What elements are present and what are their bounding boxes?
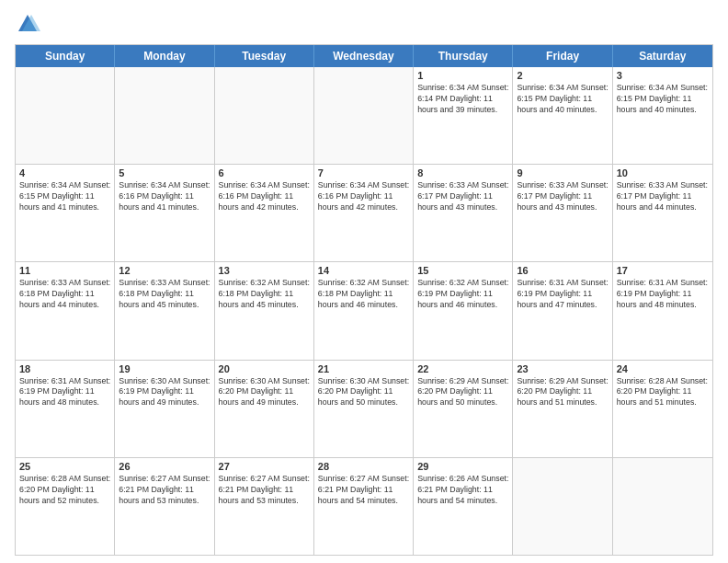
header-day-thursday: Thursday (414, 45, 513, 67)
day-number: 5 (119, 167, 210, 178)
cell-info: Sunrise: 6:31 AM Sunset: 6:19 PM Dayligh… (617, 278, 709, 311)
day-number: 7 (318, 167, 409, 178)
calendar-row-1: 4Sunrise: 6:34 AM Sunset: 6:15 PM Daylig… (16, 164, 712, 261)
day-cell-24: 24Sunrise: 6:28 AM Sunset: 6:20 PM Dayli… (613, 361, 712, 457)
cell-info: Sunrise: 6:33 AM Sunset: 6:17 PM Dayligh… (617, 180, 709, 213)
day-cell-26: 26Sunrise: 6:27 AM Sunset: 6:21 PM Dayli… (115, 458, 214, 555)
day-number: 21 (318, 363, 409, 374)
header-day-sunday: Sunday (16, 45, 115, 67)
logo-icon (15, 11, 40, 37)
cell-info: Sunrise: 6:34 AM Sunset: 6:14 PM Dayligh… (417, 83, 508, 116)
header-day-wednesday: Wednesday (314, 45, 414, 67)
day-number: 24 (617, 363, 709, 374)
day-number: 9 (517, 167, 608, 178)
calendar-body: 1Sunrise: 6:34 AM Sunset: 6:14 PM Daylig… (16, 67, 712, 555)
day-number: 17 (617, 265, 709, 276)
day-cell-13: 13Sunrise: 6:32 AM Sunset: 6:18 PM Dayli… (215, 262, 314, 359)
cell-info: Sunrise: 6:28 AM Sunset: 6:20 PM Dayligh… (19, 474, 110, 507)
cell-info: Sunrise: 6:33 AM Sunset: 6:17 PM Dayligh… (417, 180, 508, 213)
day-cell-11: 11Sunrise: 6:33 AM Sunset: 6:18 PM Dayli… (16, 262, 115, 359)
day-number: 13 (219, 265, 310, 276)
day-number: 22 (417, 363, 508, 374)
day-number: 12 (119, 265, 210, 276)
calendar-row-4: 25Sunrise: 6:28 AM Sunset: 6:20 PM Dayli… (16, 457, 712, 555)
day-cell-9: 9Sunrise: 6:33 AM Sunset: 6:17 PM Daylig… (513, 165, 612, 261)
day-number: 11 (19, 265, 110, 276)
header (15, 11, 713, 37)
cell-info: Sunrise: 6:31 AM Sunset: 6:19 PM Dayligh… (19, 376, 110, 409)
day-cell-5: 5Sunrise: 6:34 AM Sunset: 6:16 PM Daylig… (115, 165, 214, 261)
day-cell-21: 21Sunrise: 6:30 AM Sunset: 6:20 PM Dayli… (314, 361, 414, 457)
cell-info: Sunrise: 6:34 AM Sunset: 6:16 PM Dayligh… (219, 180, 310, 213)
day-cell-29: 29Sunrise: 6:26 AM Sunset: 6:21 PM Dayli… (414, 458, 513, 555)
empty-cell (513, 458, 612, 555)
calendar-row-2: 11Sunrise: 6:33 AM Sunset: 6:18 PM Dayli… (16, 261, 712, 359)
cell-info: Sunrise: 6:32 AM Sunset: 6:18 PM Dayligh… (318, 278, 409, 311)
day-number: 10 (617, 167, 709, 178)
day-number: 15 (417, 265, 508, 276)
cell-info: Sunrise: 6:34 AM Sunset: 6:15 PM Dayligh… (19, 180, 110, 213)
day-cell-16: 16Sunrise: 6:31 AM Sunset: 6:19 PM Dayli… (513, 262, 612, 359)
cell-info: Sunrise: 6:34 AM Sunset: 6:16 PM Dayligh… (318, 180, 409, 213)
day-cell-18: 18Sunrise: 6:31 AM Sunset: 6:19 PM Dayli… (16, 361, 115, 457)
cell-info: Sunrise: 6:32 AM Sunset: 6:19 PM Dayligh… (417, 278, 508, 311)
empty-cell (16, 67, 115, 164)
cell-info: Sunrise: 6:30 AM Sunset: 6:20 PM Dayligh… (219, 376, 310, 409)
day-cell-19: 19Sunrise: 6:30 AM Sunset: 6:19 PM Dayli… (115, 361, 214, 457)
day-number: 3 (617, 70, 709, 81)
day-cell-23: 23Sunrise: 6:29 AM Sunset: 6:20 PM Dayli… (513, 361, 612, 457)
day-cell-4: 4Sunrise: 6:34 AM Sunset: 6:15 PM Daylig… (16, 165, 115, 261)
day-cell-1: 1Sunrise: 6:34 AM Sunset: 6:14 PM Daylig… (414, 67, 513, 164)
cell-info: Sunrise: 6:33 AM Sunset: 6:17 PM Dayligh… (517, 180, 608, 213)
calendar-header: SundayMondayTuesdayWednesdayThursdayFrid… (16, 45, 712, 67)
day-number: 4 (19, 167, 110, 178)
calendar-row-0: 1Sunrise: 6:34 AM Sunset: 6:14 PM Daylig… (16, 67, 712, 164)
header-day-friday: Friday (513, 45, 612, 67)
day-number: 18 (19, 363, 110, 374)
day-cell-7: 7Sunrise: 6:34 AM Sunset: 6:16 PM Daylig… (314, 165, 414, 261)
cell-info: Sunrise: 6:31 AM Sunset: 6:19 PM Dayligh… (517, 278, 608, 311)
day-cell-22: 22Sunrise: 6:29 AM Sunset: 6:20 PM Dayli… (414, 361, 513, 457)
cell-info: Sunrise: 6:27 AM Sunset: 6:21 PM Dayligh… (318, 474, 409, 507)
cell-info: Sunrise: 6:34 AM Sunset: 6:16 PM Dayligh… (119, 180, 210, 213)
cell-info: Sunrise: 6:32 AM Sunset: 6:18 PM Dayligh… (219, 278, 310, 311)
day-number: 1 (417, 70, 508, 81)
day-number: 28 (318, 461, 409, 472)
cell-info: Sunrise: 6:28 AM Sunset: 6:20 PM Dayligh… (617, 376, 709, 409)
day-cell-28: 28Sunrise: 6:27 AM Sunset: 6:21 PM Dayli… (314, 458, 414, 555)
day-cell-14: 14Sunrise: 6:32 AM Sunset: 6:18 PM Dayli… (314, 262, 414, 359)
header-day-tuesday: Tuesday (215, 45, 314, 67)
cell-info: Sunrise: 6:30 AM Sunset: 6:19 PM Dayligh… (119, 376, 210, 409)
cell-info: Sunrise: 6:34 AM Sunset: 6:15 PM Dayligh… (617, 83, 709, 116)
day-number: 2 (517, 70, 608, 81)
day-number: 27 (219, 461, 310, 472)
day-number: 6 (219, 167, 310, 178)
day-cell-2: 2Sunrise: 6:34 AM Sunset: 6:15 PM Daylig… (513, 67, 612, 164)
header-day-monday: Monday (115, 45, 214, 67)
day-cell-6: 6Sunrise: 6:34 AM Sunset: 6:16 PM Daylig… (215, 165, 314, 261)
logo (15, 11, 44, 37)
day-number: 20 (219, 363, 310, 374)
cell-info: Sunrise: 6:29 AM Sunset: 6:20 PM Dayligh… (517, 376, 608, 409)
day-cell-8: 8Sunrise: 6:33 AM Sunset: 6:17 PM Daylig… (414, 165, 513, 261)
day-cell-3: 3Sunrise: 6:34 AM Sunset: 6:15 PM Daylig… (613, 67, 712, 164)
day-number: 16 (517, 265, 608, 276)
day-cell-12: 12Sunrise: 6:33 AM Sunset: 6:18 PM Dayli… (115, 262, 214, 359)
day-number: 26 (119, 461, 210, 472)
day-number: 25 (19, 461, 110, 472)
day-number: 23 (517, 363, 608, 374)
day-number: 8 (417, 167, 508, 178)
cell-info: Sunrise: 6:29 AM Sunset: 6:20 PM Dayligh… (417, 376, 508, 409)
calendar-row-3: 18Sunrise: 6:31 AM Sunset: 6:19 PM Dayli… (16, 360, 712, 457)
day-cell-15: 15Sunrise: 6:32 AM Sunset: 6:19 PM Dayli… (414, 262, 513, 359)
cell-info: Sunrise: 6:33 AM Sunset: 6:18 PM Dayligh… (19, 278, 110, 311)
day-number: 19 (119, 363, 210, 374)
empty-cell (215, 67, 314, 164)
day-cell-17: 17Sunrise: 6:31 AM Sunset: 6:19 PM Dayli… (613, 262, 712, 359)
day-cell-20: 20Sunrise: 6:30 AM Sunset: 6:20 PM Dayli… (215, 361, 314, 457)
cell-info: Sunrise: 6:34 AM Sunset: 6:15 PM Dayligh… (517, 83, 608, 116)
empty-cell (314, 67, 414, 164)
cell-info: Sunrise: 6:27 AM Sunset: 6:21 PM Dayligh… (219, 474, 310, 507)
day-cell-27: 27Sunrise: 6:27 AM Sunset: 6:21 PM Dayli… (215, 458, 314, 555)
empty-cell (115, 67, 214, 164)
